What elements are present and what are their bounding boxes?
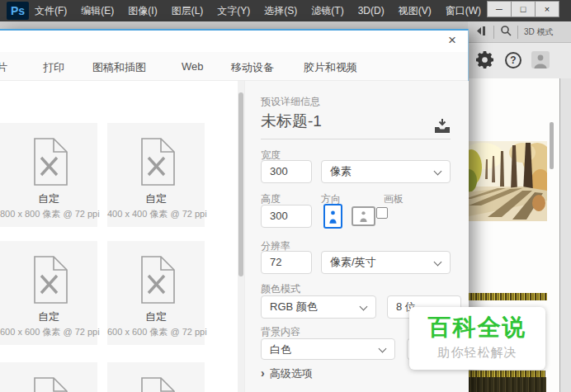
window-controls: ─ □ × (488, 1, 559, 17)
resolution-unit-value: 像素/英寸 (330, 256, 376, 268)
screenshot-root: Ps 文件(F) 编辑(E) 图像(I) 图层(L) 文字(Y) 选择(S) 滤… (0, 0, 571, 392)
new-document-dialog: × 照片 打印 图稿和插图 Web 移动设备 胶片和视频 自定 800 x 80… (0, 29, 469, 392)
watermark-title: 百科全说 (409, 312, 545, 343)
options-bar-right: 3D 模式 (468, 21, 571, 43)
menu-filter[interactable]: 滤镜(T) (311, 4, 343, 18)
width-input[interactable]: 300 (261, 160, 312, 183)
orientation-landscape-button[interactable] (352, 206, 375, 226)
icon-rail: ? (468, 43, 571, 78)
separator (493, 26, 494, 39)
chevron-down-icon (434, 258, 442, 267)
preset-name: 自定 (0, 309, 97, 324)
preset-card-1[interactable]: 自定 800 x 800 像素 @ 72 ppi (0, 123, 97, 227)
glitter-band-bottom (468, 371, 545, 377)
menu-image[interactable]: 图像(I) (128, 4, 157, 18)
background-select[interactable]: 白色 (261, 338, 395, 360)
artboard-checkbox[interactable] (376, 207, 388, 219)
preset-card-5[interactable] (0, 362, 97, 392)
menu-type[interactable]: 文字(Y) (217, 4, 250, 18)
canvas-scrollbar[interactable] (550, 122, 554, 169)
preset-card-4[interactable]: 自定 600 x 600 像素 @ 72 ppi (107, 241, 205, 345)
color-mode-select[interactable]: RGB 颜色 (261, 295, 376, 319)
tab-web[interactable]: Web (182, 60, 204, 73)
height-input[interactable]: 300 (261, 205, 312, 228)
workspace-switcher-icon[interactable] (476, 25, 488, 40)
preset-name: 自定 (107, 309, 205, 324)
watermark-badge: 百科全说 助你轻松解决 (409, 307, 545, 370)
minimize-button[interactable]: ─ (487, 1, 512, 17)
preset-size: 600 x 600 像素 @ 72 ppi (0, 326, 97, 338)
dialog-close-icon[interactable]: × (445, 33, 460, 48)
background-label: 背景内容 (261, 325, 300, 339)
menu-window[interactable]: 窗口(W) (446, 4, 481, 18)
separator (517, 26, 518, 39)
help-icon[interactable]: ? (505, 52, 521, 68)
search-icon[interactable] (500, 25, 512, 40)
chevron-down-icon (360, 303, 368, 311)
preset-size: 800 x 800 像素 @ 72 ppi (0, 208, 97, 220)
menu-view[interactable]: 视图(V) (399, 4, 432, 18)
color-mode-value: RGB 颜色 (270, 300, 318, 313)
artboard-label: 画板 (384, 192, 403, 206)
save-preset-icon[interactable] (434, 119, 451, 136)
maximize-button[interactable]: □ (511, 1, 536, 17)
scrollbar-thumb[interactable] (238, 92, 243, 276)
color-mode-label: 颜色模式 (261, 282, 300, 296)
advanced-options-label: 高级选项 (270, 367, 313, 380)
menu-file[interactable]: 文件(F) (35, 4, 67, 18)
menu-bar: Ps 文件(F) 编辑(E) 图像(I) 图层(L) 文字(Y) 选择(S) 滤… (0, 0, 571, 21)
watermark-subtitle: 助你轻松解决 (409, 345, 545, 361)
chevron-down-icon (434, 168, 442, 176)
preset-scrollbar[interactable] (238, 81, 244, 392)
orientation-portrait-button[interactable] (323, 204, 342, 229)
menu-3d[interactable]: 3D(D) (358, 5, 385, 17)
preset-size: 600 x 600 像素 @ 72 ppi (107, 326, 205, 338)
right-edge-strip (560, 78, 571, 392)
preset-size: 400 x 400 像素 @ 72 ppi (107, 208, 205, 220)
glitter-band-top (468, 293, 547, 300)
menu-edit[interactable]: 编辑(E) (81, 4, 114, 18)
preset-name: 自定 (0, 191, 97, 206)
tab-print[interactable]: 打印 (43, 60, 64, 75)
width-unit-select[interactable]: 像素 (321, 160, 451, 183)
tab-art[interactable]: 图稿和插图 (92, 60, 146, 75)
document-name-value[interactable]: 未标题-1 (261, 111, 451, 139)
advanced-options-toggle[interactable]: ›高级选项 (261, 366, 313, 381)
mode-3d-label[interactable]: 3D 模式 (524, 26, 554, 38)
preset-name: 自定 (107, 191, 205, 206)
background-value: 白色 (270, 343, 291, 356)
tab-film-video[interactable]: 胶片和视频 (304, 60, 357, 75)
gear-icon[interactable] (476, 51, 493, 68)
preset-card-3[interactable]: 自定 600 x 600 像素 @ 72 ppi (0, 241, 97, 345)
autumn-photo (465, 141, 547, 221)
menu-select[interactable]: 选择(S) (264, 4, 297, 18)
tab-photo[interactable]: 照片 (0, 60, 7, 75)
resolution-input[interactable]: 72 (261, 251, 312, 274)
avatar[interactable] (531, 51, 550, 68)
menu-items: 文件(F) 编辑(E) 图像(I) 图层(L) 文字(Y) 选择(S) 滤镜(T… (35, 0, 529, 21)
menu-layer[interactable]: 图层(L) (172, 4, 204, 18)
chevron-right-icon: › (261, 366, 265, 380)
window-close-button[interactable]: × (535, 1, 559, 17)
width-unit-value: 像素 (330, 165, 352, 177)
photoshop-logo: Ps (7, 2, 29, 20)
document-name-field[interactable]: 未标题-1 (261, 111, 451, 139)
resolution-unit-select[interactable]: 像素/英寸 (321, 251, 451, 274)
panel-title: 预设详细信息 (261, 95, 320, 109)
preset-card-2[interactable]: 自定 400 x 400 像素 @ 72 ppi (107, 123, 205, 227)
chevron-down-icon (379, 345, 387, 353)
canvas-dark-strip (468, 377, 546, 392)
preset-card-6[interactable] (107, 362, 205, 392)
tab-mobile[interactable]: 移动设备 (231, 60, 274, 75)
dialog-tabs: 照片 打印 图稿和插图 Web 移动设备 胶片和视频 (0, 52, 468, 81)
